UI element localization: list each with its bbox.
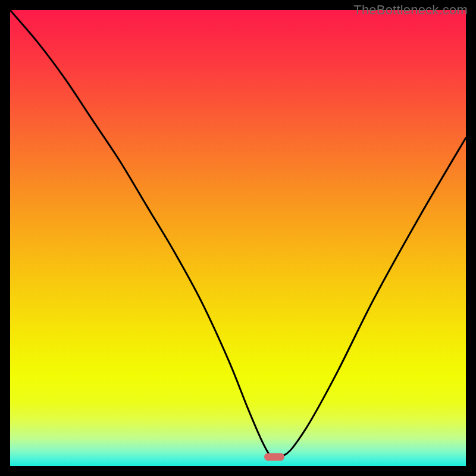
chart-curve — [10, 10, 466, 466]
plot-area — [10, 10, 466, 466]
optimal-point-marker — [264, 453, 284, 461]
watermark-text: TheBottleneck.com — [353, 2, 468, 18]
chart-frame: TheBottleneck.com — [0, 0, 476, 476]
